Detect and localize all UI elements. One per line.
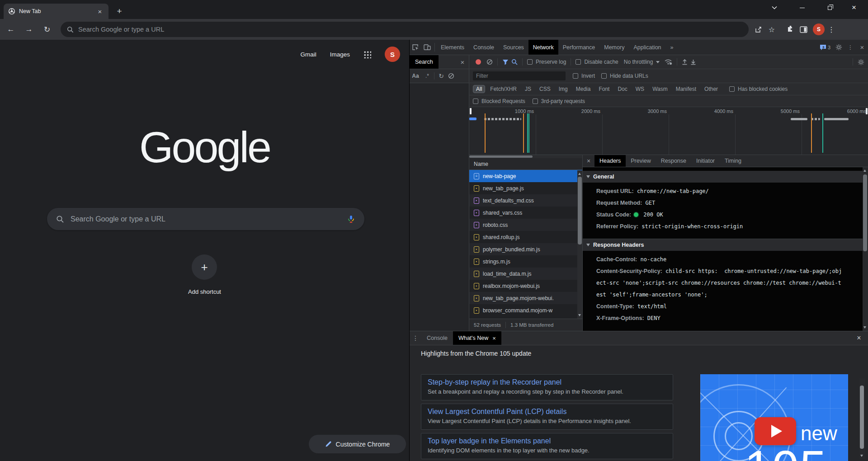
details-tab-headers[interactable]: Headers — [594, 155, 626, 167]
details-tab-preview[interactable]: Preview — [626, 155, 656, 167]
match-case-button[interactable]: Aa — [410, 69, 421, 83]
drawer-vscrollbar[interactable] — [859, 378, 865, 459]
devtools-tab-elements[interactable]: Elements — [436, 40, 469, 55]
drawer-close-icon[interactable]: × — [850, 331, 868, 345]
type-filter-other[interactable]: Other — [701, 85, 721, 93]
request-row[interactable]: ≡new-tab-page — [469, 170, 582, 182]
whats-new-promo-image[interactable]: new 105 — [700, 374, 848, 461]
import-har-icon[interactable] — [682, 59, 688, 65]
devtools-tab-performance[interactable]: Performance — [558, 40, 600, 55]
table-header-name[interactable]: Name — [469, 158, 582, 170]
drawer-tab-console[interactable]: Console — [421, 331, 453, 345]
filter-input[interactable]: Filter — [473, 71, 566, 80]
customize-chrome-button[interactable]: Customize Chrome — [309, 435, 406, 453]
request-row[interactable]: ▪browser_command.mojom-w — [469, 304, 582, 316]
third-party-checkbox[interactable]: 3rd-party requests — [533, 98, 585, 104]
forward-icon[interactable]: → — [22, 22, 36, 37]
type-filter-fetch-xhr[interactable]: Fetch/XHR — [487, 85, 520, 93]
request-row[interactable]: ▪shared.rollup.js — [469, 231, 582, 243]
type-filter-ws[interactable]: WS — [632, 85, 647, 93]
card-title-link[interactable]: Step-by-step replay in the Recorder pane… — [428, 378, 666, 386]
request-row[interactable]: ▪roboto.css — [469, 219, 582, 231]
gmail-link[interactable]: Gmail — [300, 51, 316, 58]
minimize-button[interactable] — [792, 0, 812, 15]
voice-search-icon[interactable] — [347, 215, 355, 223]
share-icon[interactable] — [751, 23, 765, 36]
add-shortcut-button[interactable]: + — [192, 254, 217, 280]
network-settings-gear-icon[interactable] — [858, 59, 864, 66]
type-filter-css[interactable]: CSS — [536, 85, 554, 93]
browser-tab[interactable]: New Tab × — [4, 4, 108, 19]
network-search-icon[interactable] — [511, 59, 518, 65]
drawer-tab-whats-new[interactable]: What's New × — [453, 331, 501, 345]
throttling-dropdown[interactable]: No throttling — [624, 59, 660, 65]
request-row[interactable]: ▪shared_vars.css — [469, 207, 582, 219]
section-header[interactable]: Response Headers — [583, 239, 863, 251]
request-row[interactable]: ▪new_tab_page.js — [469, 182, 582, 194]
devtools-tab-console[interactable]: Console — [469, 40, 499, 55]
request-row[interactable]: ▪text_defaults_md.css — [469, 194, 582, 207]
inspect-element-icon[interactable] — [410, 40, 421, 55]
regex-button[interactable]: .* — [421, 69, 433, 83]
whats-new-card[interactable]: Top layer badge in the Elements panelIde… — [421, 433, 673, 459]
export-har-icon[interactable] — [690, 59, 696, 65]
section-header[interactable]: General — [583, 171, 863, 183]
tab-close-icon[interactable]: × — [96, 7, 104, 15]
back-icon[interactable]: ← — [4, 22, 18, 37]
window-close-button[interactable]: × — [844, 0, 864, 15]
device-toolbar-icon[interactable] — [421, 40, 433, 55]
type-filter-doc[interactable]: Doc — [614, 85, 630, 93]
type-filter-font[interactable]: Font — [595, 85, 613, 93]
tab-search-icon[interactable] — [764, 0, 785, 15]
devtools-tab-network[interactable]: Network — [528, 40, 558, 55]
type-filter-img[interactable]: Img — [556, 85, 571, 93]
disable-cache-checkbox[interactable]: Disable cache — [576, 59, 618, 65]
ntp-avatar[interactable]: S — [385, 47, 400, 62]
refresh-icon[interactable]: ↻ — [435, 69, 447, 83]
settings-gear-icon[interactable] — [833, 40, 844, 55]
devtools-menu-icon[interactable]: ⋮ — [844, 40, 856, 55]
card-title-link[interactable]: View Largest Contentful Paint (LCP) deta… — [428, 408, 666, 416]
card-title-link[interactable]: Top layer badge in the Elements panel — [428, 437, 666, 445]
table-hscrollbar[interactable] — [469, 155, 582, 158]
type-filter-all[interactable]: All — [473, 85, 485, 93]
profile-avatar[interactable]: S — [813, 24, 825, 35]
clear-icon[interactable] — [448, 69, 454, 83]
devtools-tab-memory[interactable]: Memory — [599, 40, 629, 55]
maximize-button[interactable] — [819, 0, 840, 15]
type-filter-media[interactable]: Media — [573, 85, 594, 93]
blocked-requests-checkbox[interactable]: Blocked Requests — [473, 98, 525, 104]
search-panel-tab[interactable]: Search — [410, 55, 439, 69]
network-conditions-icon[interactable] — [664, 59, 672, 65]
details-tab-timing[interactable]: Timing — [720, 155, 746, 167]
table-vscrollbar[interactable] — [577, 170, 582, 319]
details-tab-response[interactable]: Response — [656, 155, 691, 167]
side-panel-icon[interactable] — [797, 23, 810, 36]
whats-new-close-icon[interactable]: × — [492, 335, 496, 342]
request-row[interactable]: ▪new_tab_page.mojom-webui. — [469, 292, 582, 304]
details-close-icon[interactable]: × — [583, 155, 594, 167]
devtools-close-icon[interactable]: × — [856, 40, 868, 55]
filter-funnel-icon[interactable] — [502, 59, 509, 65]
devtools-tab-application[interactable]: Application — [629, 40, 665, 55]
whats-new-card[interactable]: Step-by-step replay in the Recorder pane… — [421, 374, 673, 400]
devtools-tab-sources[interactable]: Sources — [499, 40, 528, 55]
google-apps-icon[interactable] — [363, 51, 371, 58]
whats-new-card[interactable]: View Largest Contentful Paint (LCP) deta… — [421, 404, 673, 430]
issues-icon[interactable]: 3 3 — [817, 40, 833, 55]
hide-data-urls-checkbox[interactable]: Hide data URLs — [601, 73, 648, 79]
bookmark-star-icon[interactable]: ☆ — [765, 23, 778, 36]
type-filter-wasm[interactable]: Wasm — [649, 85, 671, 93]
browser-menu-icon[interactable]: ⋮ — [825, 23, 838, 36]
extensions-icon[interactable] — [783, 23, 797, 36]
images-link[interactable]: Images — [330, 51, 350, 58]
details-tab-initiator[interactable]: Initiator — [691, 155, 720, 167]
request-row[interactable]: ▪strings.m.js — [469, 255, 582, 268]
request-row[interactable]: ▪load_time_data.m.js — [469, 268, 582, 280]
record-icon[interactable] — [476, 59, 481, 65]
address-bar[interactable]: Search Google or type a URL — [61, 22, 749, 37]
type-filter-manifest[interactable]: Manifest — [673, 85, 699, 93]
ntp-search-box[interactable]: Search Google or type a URL — [47, 208, 364, 230]
request-row[interactable]: ▪polymer_bundled.min.js — [469, 243, 582, 255]
type-filter-js[interactable]: JS — [522, 85, 534, 93]
